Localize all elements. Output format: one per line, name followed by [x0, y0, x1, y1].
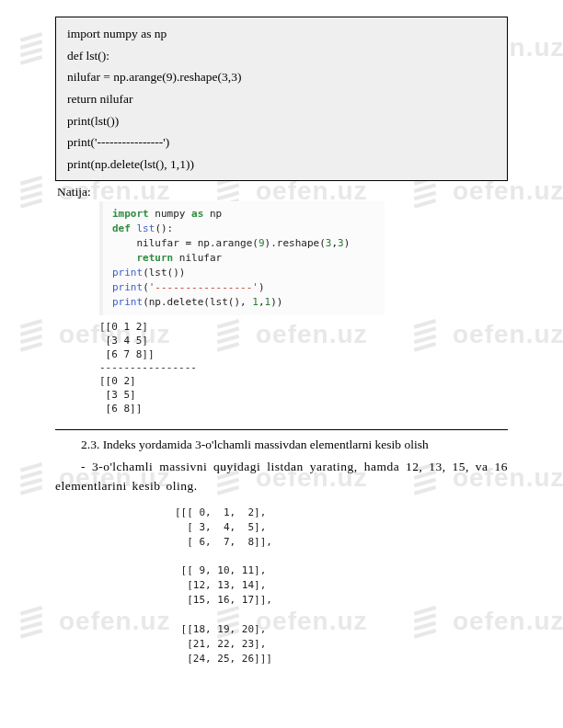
syntax-highlighted-code: import numpy as np def lst(): nilufar = …: [99, 201, 385, 315]
code-line: import numpy as np: [67, 23, 496, 45]
code-line: print(np.delete(lst(), 1,1)): [67, 154, 496, 176]
result-label: Natija:: [57, 185, 508, 199]
divider: [55, 429, 508, 430]
code-line: print('----------------'): [67, 131, 496, 154]
paragraph: - 3-o'lchamli massivni quyidagi listdan …: [55, 458, 508, 496]
code-line: def lst():: [67, 45, 496, 67]
page-content: import numpy as np def lst(): nilufar = …: [0, 0, 563, 666]
output-block: [[0 1 2] [3 4 5] [6 7 8]] --------------…: [99, 321, 508, 416]
code-line: nilufar = np.arange(9).reshape(3,3): [67, 66, 496, 88]
code-line: print(lst()): [67, 110, 496, 132]
section-heading: 2.3. Indeks yordamida 3-o'lchamli massiv…: [81, 438, 508, 452]
code-line: return nilufar: [67, 88, 496, 110]
array-display: [[[ 0, 1, 2], [ 3, 4, 5], [ 6, 7, 8]], […: [175, 506, 508, 666]
code-box: import numpy as np def lst(): nilufar = …: [55, 17, 508, 181]
